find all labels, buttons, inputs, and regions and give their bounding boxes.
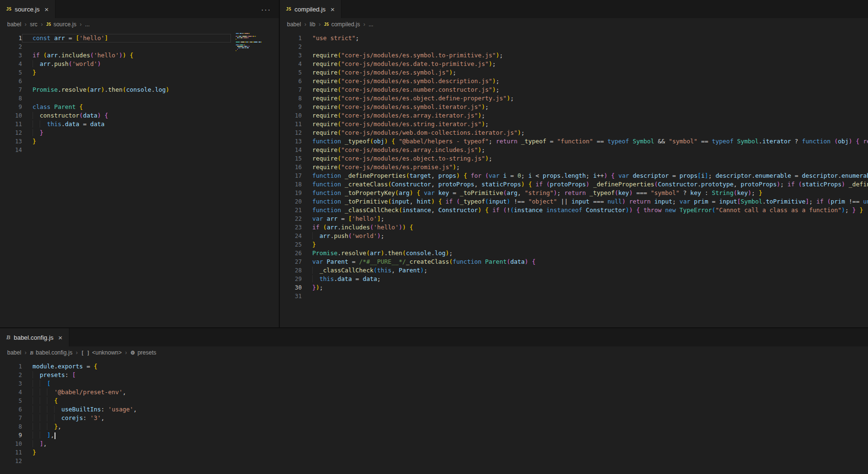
line-number[interactable]: 13 [280,137,302,146]
line-number[interactable]: 5 [0,68,22,77]
line-number[interactable]: 23 [280,223,302,232]
code-line[interactable]: 23if (arr.includes('hello')) { [280,223,868,232]
line-number[interactable]: 4 [0,60,22,68]
line-number[interactable]: 27 [280,258,302,266]
code-line[interactable]: 2 presets: [ [0,371,868,379]
line-number[interactable]: 10 [0,111,22,120]
code-line[interactable]: 6 [0,77,231,86]
line-number[interactable]: 22 [280,215,302,223]
line-number[interactable]: 12 [0,457,22,465]
line-number[interactable]: 28 [280,266,302,275]
tab-compiled-js[interactable]: JS compiled.js × [280,0,341,18]
code-line[interactable]: 5 { [0,397,868,405]
code-line[interactable]: 26Promise.resolve(arr).then(console.log)… [280,249,868,258]
line-number[interactable]: 5 [0,397,22,405]
line-number[interactable]: 14 [280,146,302,154]
code-line[interactable]: 4require("core-js/modules/es.date.to-pri… [280,60,868,68]
code-line[interactable]: 25} [280,240,868,249]
breadcrumb-item[interactable]: babel [7,21,21,28]
close-icon[interactable]: × [330,6,335,13]
close-icon[interactable]: × [44,6,49,13]
code-line[interactable]: 12 } [0,129,231,137]
tab-source-js[interactable]: JS source.js × [0,0,55,18]
code-line[interactable]: 12require("core-js/modules/web.dom-colle… [280,129,868,137]
code-line[interactable]: 6 useBuiltIns: 'usage', [0,405,868,414]
code-line[interactable]: 1module.exports = { [0,362,868,371]
code-editor-config[interactable]: 1module.exports = {2 presets: [3 [4 '@ba… [0,359,868,474]
code-line[interactable]: 3if (arr.includes('hello')) { [0,51,231,60]
code-line[interactable]: 11} [0,448,868,457]
code-line[interactable]: 21function _classCallCheck(instance, Con… [280,206,868,215]
line-number[interactable]: 3 [0,51,22,60]
line-number[interactable]: 8 [0,422,22,431]
breadcrumb-item[interactable]: babel [7,349,21,356]
code-line[interactable]: 9require("core-js/modules/es.symbol.iter… [280,103,868,111]
line-number[interactable]: 24 [280,232,302,240]
line-number[interactable]: 25 [280,240,302,249]
code-line[interactable]: 4 arr.push('world') [0,60,231,68]
line-number[interactable]: 30 [280,283,302,292]
breadcrumb-item[interactable]: Bbabel.config.js [30,349,72,356]
code-editor-compiled[interactable]: 1"use strict";23require("core-js/modules… [280,31,868,327]
line-number[interactable]: 31 [280,292,302,301]
line-number[interactable]: 26 [280,249,302,258]
line-number[interactable]: 6 [0,77,22,86]
line-number[interactable]: 9 [0,103,22,111]
line-number[interactable]: 20 [280,197,302,206]
code-line[interactable]: 31 [280,292,868,301]
line-number[interactable]: 8 [0,94,22,103]
line-number[interactable]: 16 [280,163,302,172]
code-line[interactable]: 3 [ [0,379,868,388]
code-line[interactable]: 4 '@babel/preset-env', [0,388,868,397]
code-line[interactable]: 24 arr.push('world'); [280,232,868,240]
code-line[interactable]: 8 }, [0,422,868,431]
line-number[interactable]: 11 [0,120,22,129]
breadcrumb-item[interactable]: [ ]<unknown> [81,349,121,356]
minimap[interactable] [236,31,272,53]
code-line[interactable]: 27var Parent = /*#__PURE__*/_createClass… [280,258,868,266]
line-number[interactable]: 7 [0,86,22,94]
line-number[interactable]: 10 [280,111,302,120]
code-line[interactable]: 8 [0,94,231,103]
line-number[interactable]: 14 [0,146,22,154]
line-number[interactable]: 2 [0,43,22,51]
code-line[interactable]: 11 this.data = data [0,120,231,129]
line-number[interactable]: 8 [280,94,302,103]
code-line[interactable]: 29 this.data = data; [280,275,868,283]
line-number[interactable]: 5 [280,68,302,77]
line-number[interactable]: 12 [0,129,22,137]
breadcrumb-item[interactable]: JSsource.js [46,21,76,28]
line-number[interactable]: 9 [280,103,302,111]
line-number[interactable]: 7 [0,414,22,422]
code-line[interactable]: 10require("core-js/modules/es.array.iter… [280,111,868,120]
line-number[interactable]: 3 [0,379,22,388]
line-number[interactable]: 4 [280,60,302,68]
line-number[interactable]: 7 [280,86,302,94]
code-line[interactable]: 28 _classCallCheck(this, Parent); [280,266,868,275]
code-editor-source[interactable]: 1const arr = ['hello']23if (arr.includes… [0,31,279,327]
tab-babel-config-js[interactable]: B babel.config.js × [0,328,69,346]
code-line[interactable]: 5require("core-js/modules/es.symbol.js")… [280,68,868,77]
line-number[interactable]: 13 [0,137,22,146]
code-line[interactable]: 13} [0,137,231,146]
line-number[interactable]: 4 [0,388,22,397]
code-line[interactable]: 9class Parent { [0,103,231,111]
code-line[interactable]: 10 ], [0,440,868,448]
line-number[interactable]: 10 [0,440,22,448]
breadcrumb-item[interactable]: src [30,21,37,28]
line-number[interactable]: 21 [280,206,302,215]
line-number[interactable]: 1 [0,34,22,43]
code-line[interactable]: 13function _typeof(obj) { "@babel/helper… [280,137,868,146]
code-line[interactable]: 14 [0,146,231,154]
breadcrumb-item[interactable]: ⚙presets [131,349,156,356]
line-number[interactable]: 12 [280,129,302,137]
code-line[interactable]: 12 [0,457,868,465]
code-line[interactable]: 14require("core-js/modules/es.array.incl… [280,146,868,154]
code-line[interactable]: 1const arr = ['hello'] [0,34,231,43]
editor-actions-ellipsis-icon[interactable]: ··· [253,0,279,18]
line-number[interactable]: 15 [280,154,302,163]
code-line[interactable]: 9 ], [0,431,868,440]
line-number[interactable]: 11 [0,448,22,457]
code-line[interactable]: 8require("core-js/modules/es.object.defi… [280,94,868,103]
line-number[interactable]: 18 [280,180,302,189]
